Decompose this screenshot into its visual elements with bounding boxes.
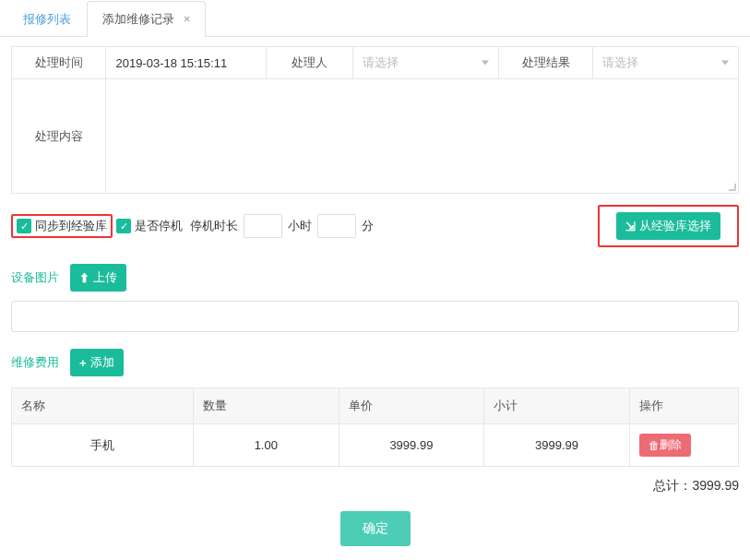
images-label: 设备图片	[11, 269, 59, 286]
cell-subtotal: 3999.99	[484, 424, 630, 467]
col-action: 操作	[629, 388, 738, 424]
highlight-sync: ✓ 同步到经验库	[11, 214, 113, 238]
hours-input[interactable]	[244, 214, 282, 238]
plus-icon: +	[79, 356, 87, 370]
chevron-down-icon	[482, 61, 489, 66]
delete-button[interactable]: 🗑删除	[639, 434, 691, 457]
upload-icon: ⬆	[79, 271, 89, 285]
total-label: 总计：	[653, 478, 692, 493]
tab-repair-list[interactable]: 报修列表	[7, 1, 87, 37]
handler-label: 处理人	[266, 47, 353, 79]
col-name: 名称	[12, 388, 194, 424]
tab-label: 添加维修记录	[102, 12, 174, 26]
content-textarea[interactable]	[106, 79, 738, 190]
confirm-button[interactable]: 确定	[340, 511, 411, 546]
options-row: ✓ 同步到经验库 ✓ 是否停机 停机时长 小时 分 ⇲ 从经验库选择	[11, 205, 739, 247]
result-label: 处理结果	[498, 47, 592, 79]
submit-row: 确定	[11, 511, 739, 546]
cell-action: 🗑删除	[629, 424, 738, 467]
upload-button[interactable]: ⬆ 上传	[70, 264, 126, 292]
downtime-label: 是否停机	[135, 218, 183, 234]
trash-icon: 🗑	[649, 439, 660, 452]
downtime-text: 停机时长	[190, 218, 238, 234]
add-label: 添加	[90, 354, 114, 371]
tab-bar: 报修列表 添加维修记录 ×	[0, 0, 750, 37]
resize-handle-icon[interactable]	[727, 182, 736, 191]
cell-name: 手机	[12, 424, 194, 467]
cell-qty: 1.00	[194, 424, 339, 467]
downtime-checkbox[interactable]: ✓	[116, 219, 131, 233]
import-icon: ⇲	[625, 220, 636, 233]
time-label: 处理时间	[12, 47, 106, 79]
from-experience-button[interactable]: ⇲ 从经验库选择	[616, 212, 720, 240]
highlight-experience: ⇲ 从经验库选择	[598, 205, 739, 247]
col-subtotal: 小计	[484, 388, 630, 424]
minutes-input[interactable]	[317, 214, 356, 238]
tab-add-record[interactable]: 添加维修记录 ×	[87, 1, 206, 37]
form-content: 处理时间 2019-03-18 15:15:11 处理人 请选择 处理结果 请选…	[0, 37, 750, 560]
close-icon[interactable]: ×	[184, 12, 191, 26]
cost-label: 维修费用	[11, 354, 59, 371]
content-label: 处理内容	[12, 79, 106, 194]
upload-label: 上传	[93, 269, 117, 286]
cost-table: 名称 数量 单价 小计 操作 手机 1.00 3999.99 3999.99 🗑…	[11, 387, 739, 467]
from-experience-label: 从经验库选择	[639, 218, 711, 234]
result-select[interactable]: 请选择	[593, 47, 739, 79]
minute-label: 分	[362, 218, 374, 234]
sync-checkbox[interactable]: ✓	[17, 219, 31, 233]
delete-label: 删除	[660, 437, 682, 453]
handler-placeholder: 请选择	[363, 55, 399, 69]
handler-select[interactable]: 请选择	[353, 47, 499, 79]
images-input[interactable]	[11, 301, 739, 332]
cost-section: 维修费用 + 添加	[11, 349, 739, 376]
col-qty: 数量	[194, 388, 339, 424]
total-row: 总计：3999.99	[11, 478, 739, 494]
add-cost-button[interactable]: + 添加	[70, 349, 124, 376]
images-section: 设备图片 ⬆ 上传	[11, 264, 739, 292]
sync-label: 同步到经验库	[35, 218, 107, 234]
hour-label: 小时	[288, 218, 312, 234]
chevron-down-icon	[721, 61, 729, 66]
result-placeholder: 请选择	[602, 55, 638, 69]
time-value[interactable]: 2019-03-18 15:15:11	[106, 47, 266, 79]
cell-price: 3999.99	[339, 424, 484, 467]
total-value: 3999.99	[692, 478, 739, 493]
check-icon: ✓	[20, 220, 29, 232]
col-price: 单价	[339, 388, 484, 424]
cost-table-header: 名称 数量 单价 小计 操作	[12, 388, 739, 424]
table-row: 手机 1.00 3999.99 3999.99 🗑删除	[12, 424, 739, 467]
check-icon: ✓	[120, 220, 128, 232]
form-table: 处理时间 2019-03-18 15:15:11 处理人 请选择 处理结果 请选…	[11, 46, 739, 194]
